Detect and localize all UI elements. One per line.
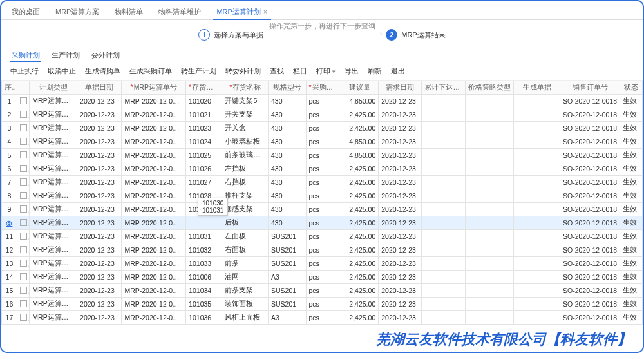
- table-row[interactable]: 14MRP运算生成2020-12-23MRP-2020-12-002110100…: [2, 271, 643, 284]
- gen-doc: [514, 311, 560, 325]
- checkbox-icon[interactable]: [20, 233, 27, 240]
- col-累计下达数量[interactable]: 累计下达数量: [422, 81, 465, 95]
- checkbox-icon[interactable]: [20, 300, 27, 307]
- step-1[interactable]: 1 选择方案与单据: [198, 29, 263, 41]
- toolbar-打印[interactable]: 打印: [316, 66, 336, 76]
- step-caption: 操作完第一步，再进行下一步查询: [269, 21, 375, 31]
- table-row[interactable]: 5MRP运算生成2020-12-23MRP-2020-12-0021101025…: [2, 149, 643, 162]
- plan-type: MRP运算生成: [30, 135, 77, 149]
- subtab-1[interactable]: 生产计划: [50, 48, 81, 62]
- unit: pcs: [306, 149, 341, 162]
- toolbar-中止执行[interactable]: 中止执行: [10, 66, 39, 76]
- toolbar-生成请购单[interactable]: 生成请购单: [85, 66, 120, 76]
- subtab-2[interactable]: 委外计划: [90, 48, 121, 62]
- mrp-no: MRP-2020-12-0021: [122, 176, 186, 189]
- toolbar-导出[interactable]: 导出: [345, 66, 359, 76]
- table-row[interactable]: 8MRP运算生成2020-12-23MRP-2020-12-0021101028…: [2, 189, 643, 203]
- toolbar-刷新[interactable]: 刷新: [368, 66, 382, 76]
- plan-type: MRP运算生成: [30, 176, 77, 189]
- checkbox-icon[interactable]: [20, 111, 27, 118]
- table-row[interactable]: 17MRP运算生成2020-12-23MRP-2020-12-002110103…: [2, 311, 643, 325]
- unit: pcs: [306, 284, 341, 298]
- spec: SUS201: [269, 243, 307, 257]
- tab-4[interactable]: MRP运算计划×: [213, 5, 270, 19]
- toolbar-取消中止[interactable]: 取消中止: [48, 66, 76, 76]
- table-row[interactable]: 15MRP运算生成2020-12-23MRP-2020-12-002110103…: [2, 284, 643, 298]
- suggest-qty: 2,425.00: [341, 257, 379, 271]
- col-存货编码[interactable]: 存货编码: [186, 81, 222, 95]
- code-tooltip[interactable]: 101030 101031: [198, 198, 228, 216]
- col-规格型号[interactable]: 规格型号: [269, 81, 307, 95]
- checkbox-icon[interactable]: [20, 246, 27, 253]
- col-计划类型[interactable]: 计划类型: [30, 81, 77, 95]
- tab-2[interactable]: 物料清单: [111, 5, 147, 19]
- close-icon[interactable]: ×: [263, 8, 267, 15]
- step-2[interactable]: 2 MRP运算结果: [386, 29, 445, 41]
- checkbox-icon[interactable]: [20, 124, 27, 131]
- toolbar-查找[interactable]: 查找: [270, 66, 284, 76]
- table-row[interactable]: 2MRP运算生成2020-12-23MRP-2020-12-0021101021…: [2, 108, 643, 122]
- table-row[interactable]: 9MRP运算生成2020-12-23MRP-2020-12-0021101029…: [2, 203, 643, 216]
- table-row[interactable]: ◎MRP运算生成2020-12-23MRP-2020-12-0021后板430p…: [2, 216, 643, 230]
- toolbar-转委外计划[interactable]: 转委外计划: [225, 66, 261, 76]
- subtab-0[interactable]: 采购计划: [10, 48, 41, 62]
- table-row[interactable]: 11MRP运算生成2020-12-23MRP-2020-12-002110103…: [2, 230, 643, 243]
- mrp-no: MRP-2020-12-0021: [122, 162, 186, 176]
- col-MRP运算单号[interactable]: MRP运算单号: [122, 81, 186, 95]
- table-row[interactable]: 12MRP运算生成2020-12-23MRP-2020-12-002110103…: [2, 243, 643, 257]
- checkbox-icon[interactable]: [20, 314, 27, 321]
- price-strategy: [465, 95, 514, 108]
- grid[interactable]: 序号计划类型单据日期MRP运算单号存货编码存货名称规格型号采购单位建议量需求日期…: [1, 81, 643, 325]
- table-row[interactable]: 18MRP运算生成2020-12-23MRP-2020-12-002110103…: [2, 325, 643, 326]
- need-date: 2020-12-23: [379, 203, 422, 216]
- toolbar-转生产计划[interactable]: 转生产计划: [181, 66, 216, 76]
- price-strategy: [465, 325, 514, 326]
- col-建议量[interactable]: 建议量: [341, 81, 379, 95]
- tab-3[interactable]: 物料清单维护: [155, 5, 205, 19]
- price-strategy: [465, 284, 514, 298]
- checkbox-icon[interactable]: [20, 138, 27, 145]
- issued-qty: [422, 122, 465, 135]
- table-row[interactable]: 1MRP运算生成2020-12-23MRP-2020-12-0021101020…: [2, 95, 643, 108]
- table-row[interactable]: 4MRP运算生成2020-12-23MRP-2020-12-0021101024…: [2, 135, 643, 149]
- unit: pcs: [306, 203, 341, 216]
- checkbox-icon[interactable]: [20, 205, 27, 213]
- tab-1[interactable]: MRP运算方案: [52, 5, 103, 19]
- col-采购单位[interactable]: 采购单位: [306, 81, 341, 95]
- col-存货名称[interactable]: 存货名称: [222, 81, 269, 95]
- col-需求日期[interactable]: 需求日期: [379, 81, 422, 95]
- table-row[interactable]: 13MRP运算生成2020-12-23MRP-2020-12-002110103…: [2, 257, 643, 271]
- checkbox-icon[interactable]: [20, 273, 27, 280]
- table-row[interactable]: 3MRP运算生成2020-12-23MRP-2020-12-0021101023…: [2, 122, 643, 135]
- need-date: 2020-12-23: [379, 108, 422, 122]
- table-row[interactable]: 16MRP运算生成2020-12-23MRP-2020-12-002110103…: [2, 298, 643, 311]
- col-价格策略类型[interactable]: 价格策略类型: [465, 81, 514, 95]
- toolbar-退出[interactable]: 退出: [391, 66, 405, 76]
- need-date: 2020-12-23: [379, 176, 422, 189]
- price-strategy: [465, 108, 514, 122]
- col-销售订单号[interactable]: 销售订单号: [560, 81, 620, 95]
- checkbox-icon[interactable]: [20, 260, 27, 267]
- checkbox-icon[interactable]: [20, 192, 27, 199]
- col-序号[interactable]: 序号: [2, 81, 17, 95]
- col-单据日期[interactable]: 单据日期: [77, 81, 122, 95]
- spec: A3: [269, 311, 307, 325]
- col-生成单据[interactable]: 生成单据: [514, 81, 560, 95]
- gen-doc: [514, 243, 560, 257]
- checkbox-icon[interactable]: [20, 97, 27, 104]
- tab-0[interactable]: 我的桌面: [8, 5, 44, 19]
- plan-type: MRP运算生成: [30, 243, 77, 257]
- checkbox-icon[interactable]: [20, 151, 27, 158]
- toolbar-生成采购订单[interactable]: 生成采购订单: [129, 66, 172, 76]
- so-no: SO-2020-12-0018: [560, 203, 620, 216]
- col-checkbox[interactable]: [17, 81, 30, 95]
- col-状态[interactable]: 状态: [620, 81, 643, 95]
- checkbox-icon[interactable]: [20, 287, 27, 294]
- checkbox-icon[interactable]: [20, 165, 27, 172]
- checkbox-icon[interactable]: [20, 219, 27, 226]
- so-no: SO-2020-12-0018: [560, 176, 620, 189]
- table-row[interactable]: 7MRP运算生成2020-12-23MRP-2020-12-0021101027…: [2, 176, 643, 189]
- checkbox-icon[interactable]: [20, 178, 27, 186]
- table-row[interactable]: 6MRP运算生成2020-12-23MRP-2020-12-0021101026…: [2, 162, 643, 176]
- toolbar-栏目[interactable]: 栏目: [293, 66, 307, 76]
